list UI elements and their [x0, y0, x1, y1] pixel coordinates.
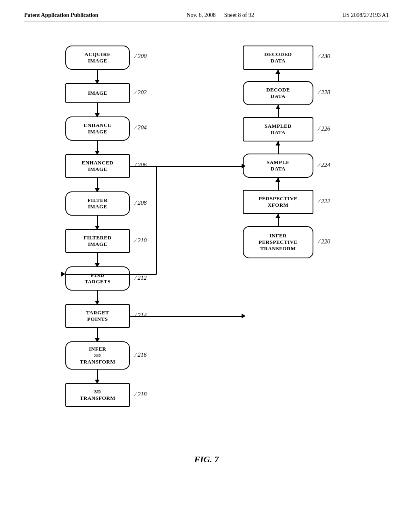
node-228: DECODE DATA — [243, 81, 313, 105]
ref-204: ∕ 204 — [135, 124, 147, 131]
node-212: FIND TARGETS — [65, 266, 130, 291]
ref-212: ∕ 212 — [135, 274, 147, 281]
header-right: US 2008/272193 A1 — [342, 12, 389, 19]
header-left: Patent Application Publication — [24, 12, 98, 19]
node-204: ENHANCE IMAGE — [65, 116, 130, 141]
header-center: Nov. 6, 2008 Sheet 8 of 92 — [186, 12, 254, 19]
ref-218: ∕ 218 — [135, 391, 147, 398]
ref-202: ∕ 202 — [135, 89, 147, 96]
node-226: SAMPLED DATA — [243, 117, 313, 141]
node-202: IMAGE — [65, 83, 130, 103]
node-206: ENHANCED IMAGE — [65, 154, 130, 178]
node-208: FILTER IMAGE — [65, 191, 130, 216]
node-214: TARGET POINTS — [65, 304, 130, 328]
page: Patent Application Publication Nov. 6, 2… — [0, 0, 413, 532]
ref-224: ∕ 224 — [319, 162, 330, 168]
node-224: SAMPLE DATA — [243, 154, 313, 178]
ref-206: ∕ 206 — [135, 162, 147, 168]
node-220: INFER PERSPECTIVE TRANSFORM — [243, 226, 313, 258]
ref-214: ∕ 214 — [135, 312, 147, 319]
node-210: FILTERED IMAGE — [65, 229, 130, 253]
ref-200: ∕ 200 — [135, 53, 147, 60]
node-222: PERSPECTIVE XFORM — [243, 190, 313, 214]
diagram: ACQUIRE IMAGE ∕ 200 IMAGE ∕ 202 ENHANCE … — [33, 37, 380, 473]
ref-210: ∕ 210 — [135, 237, 147, 244]
node-216: INFER 3D TRANSFORM — [65, 341, 130, 370]
ref-220: ∕ 220 — [319, 238, 330, 245]
ref-226: ∕ 226 — [319, 125, 330, 132]
ref-222: ∕ 222 — [319, 198, 330, 205]
figure-caption: FIG. 7 — [194, 454, 219, 465]
ref-208: ∕ 208 — [135, 200, 147, 206]
header-date: Nov. 6, 2008 — [186, 12, 215, 18]
node-218: 3D TRANSFORM — [65, 383, 130, 407]
ref-228: ∕ 228 — [319, 89, 330, 96]
node-200: ACQUIRE IMAGE — [65, 46, 130, 70]
ref-216: ∕ 216 — [135, 351, 147, 358]
header-sheet: Sheet 8 of 92 — [224, 12, 254, 18]
header: Patent Application Publication Nov. 6, 2… — [24, 12, 389, 21]
ref-230: ∕ 230 — [319, 53, 330, 60]
node-230: DECODED DATA — [243, 46, 313, 70]
